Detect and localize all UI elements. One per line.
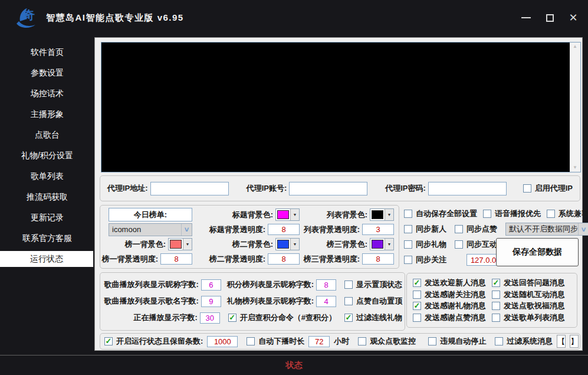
- rank2-opacity-label: 榜二背景透明度:: [209, 254, 265, 265]
- sys-compat-checkbox[interactable]: 系统兼容: [547, 208, 588, 219]
- msg-songlist-checkbox[interactable]: 发送歌单列表消息: [492, 312, 571, 323]
- message-settings-group: ✓ 发送欢迎新人消息 ✓ 发送回答问题消息 发送感谢关注消息 发送随机互动消息 …: [406, 273, 577, 328]
- rank2-opacity-input[interactable]: [268, 253, 300, 265]
- msg-thank-follow-checkbox[interactable]: 发送感谢关注消息: [413, 289, 492, 300]
- keep-lines-checkbox[interactable]: ✓ 开启运行状态且保留条数:: [104, 336, 203, 347]
- sidebar-item-song-station[interactable]: 点歌台: [0, 125, 94, 145]
- rank2-bg-color-picker[interactable]: ▼: [275, 238, 300, 250]
- score-nick-chars-input[interactable]: [316, 279, 336, 291]
- sidebar-item-run-status[interactable]: 运行状态: [0, 251, 93, 267]
- auto-save-checkbox[interactable]: 自动保存全部设置: [404, 208, 477, 219]
- checkbox-icon: [428, 337, 436, 345]
- score-command-checkbox[interactable]: ✓ 开启查积分命令（#查积分）: [228, 312, 336, 323]
- sync-follow-checkbox[interactable]: 同步关注: [404, 255, 446, 265]
- close-icon: ✕: [569, 12, 577, 23]
- scroll-up-icon[interactable]: ▲: [573, 44, 577, 49]
- sidebar-item-song-list[interactable]: 歌单列表: [0, 166, 94, 187]
- msg-answer-checkbox[interactable]: ✓ 发送回答问题消息: [492, 278, 571, 288]
- scroll-down-icon[interactable]: ▼: [573, 165, 577, 170]
- checkbox-icon: [404, 240, 412, 249]
- bracket-left-button[interactable]: 【: [557, 335, 566, 348]
- maximize-icon: [546, 14, 554, 22]
- minimize-icon: [521, 17, 531, 18]
- audience-monitor-checkbox[interactable]: 观众点歌监控: [358, 336, 416, 347]
- playlist-song-chars-input[interactable]: [201, 296, 221, 307]
- sidebar-item-gift-points[interactable]: 礼物/积分设置: [0, 145, 94, 166]
- dropdown-arrow-icon[interactable]: ▼: [385, 209, 393, 220]
- rank3-opacity-input[interactable]: [362, 253, 394, 265]
- font-select[interactable]: icomoon ˅: [109, 223, 192, 236]
- filter-link-gift-checkbox[interactable]: ✓ 过滤连线礼物: [344, 312, 402, 323]
- log-scrollbar[interactable]: ▲ ▼: [570, 43, 580, 172]
- sync-gift-checkbox[interactable]: 同步礼物: [404, 239, 446, 250]
- playlist-nick-chars-input[interactable]: [201, 279, 221, 291]
- minimize-button[interactable]: [518, 10, 534, 25]
- log-output[interactable]: ▲ ▼: [101, 42, 581, 172]
- now-playing-chars-input[interactable]: [200, 312, 220, 324]
- window-controls: ✕: [518, 10, 581, 25]
- msg-thank-gift-checkbox[interactable]: ✓ 发送感谢礼物消息: [413, 301, 492, 311]
- rank1-bg-color-picker[interactable]: ▼: [168, 238, 192, 250]
- color-swatch: [277, 240, 289, 249]
- proxy-account-input[interactable]: [289, 182, 367, 195]
- auto-offline-hours-input[interactable]: [308, 336, 330, 347]
- rank3-bg-color-label: 榜三背景色:: [327, 239, 367, 250]
- window-title: 智慧岛AI智能点歌专业版 v6.95: [46, 12, 184, 24]
- dropdown-arrow-icon[interactable]: ▼: [290, 209, 299, 220]
- maximize-button[interactable]: [542, 10, 557, 25]
- title-opacity-input[interactable]: [268, 224, 300, 235]
- checkbox-icon: [455, 240, 463, 249]
- bracket-right-button[interactable]: 】: [570, 335, 579, 348]
- app-window: 奇 智慧岛AI智能点歌专业版 v6.95 ✕ 软件首页 参数设置 场控话术 主播…: [0, 0, 588, 375]
- checkbox-icon: [492, 314, 500, 322]
- appearance-settings-group: 标题背景色: ▼ 列表背景色: ▼ icomo: [100, 205, 399, 269]
- voice-priority-checkbox[interactable]: 语音播报优先: [483, 208, 541, 219]
- dropdown-arrow-icon[interactable]: ▼: [183, 239, 192, 250]
- violation-stop-checkbox[interactable]: 违规自动停止: [428, 336, 486, 347]
- filter-system-msg-checkbox[interactable]: 过滤系统消息: [495, 336, 553, 347]
- msg-welcome-checkbox[interactable]: ✓ 发送欢迎新人消息: [413, 278, 492, 288]
- sidebar-item-host-image[interactable]: 主播形象: [0, 104, 94, 125]
- gift-nick-chars-input[interactable]: [316, 296, 336, 307]
- hours-label: 小时: [334, 336, 349, 347]
- msg-thank-like-checkbox[interactable]: 发送感谢点赞消息: [413, 312, 492, 323]
- auto-offline-checkbox[interactable]: 自动下播时长: [247, 336, 304, 347]
- now-playing-chars-label: 正在播放显示字数:: [103, 312, 198, 323]
- main-panel: ▲ ▼ 代理IP地址: 代理IP账号: 代理IP密码: 启用代理IP: [94, 37, 583, 351]
- sidebar-item-contact-support[interactable]: 联系官方客服: [0, 228, 94, 249]
- checkbox-icon: [523, 184, 531, 193]
- msg-song-blessing-checkbox[interactable]: 发送点歌祝福消息: [492, 301, 571, 311]
- sync-new-checkbox[interactable]: 同步新人: [404, 224, 446, 234]
- keep-lines-input[interactable]: [207, 336, 238, 347]
- dropdown-arrow-icon[interactable]: ▼: [385, 239, 393, 250]
- list-opacity-input[interactable]: [362, 224, 394, 235]
- checkbox-icon: ✓: [104, 337, 113, 345]
- checkbox-icon: ✓: [344, 314, 353, 322]
- proxy-password-input[interactable]: [428, 182, 507, 195]
- sidebar-item-scene-script[interactable]: 场控话术: [0, 83, 94, 104]
- sidebar-item-home[interactable]: 软件首页: [0, 42, 94, 63]
- msg-random-interact-checkbox[interactable]: 发送随机互动消息: [492, 289, 571, 300]
- close-button[interactable]: ✕: [566, 10, 581, 25]
- checkbox-icon: [483, 210, 491, 218]
- sidebar-item-update-log[interactable]: 更新记录: [0, 207, 94, 228]
- like-auto-pin-checkbox[interactable]: 点赞自动置顶: [344, 296, 402, 306]
- pin-status-checkbox[interactable]: 显示置顶状态: [344, 279, 402, 290]
- sidebar-item-params[interactable]: 参数设置: [0, 63, 94, 83]
- data-sync-select[interactable]: 默认不开启数据同步 ˅: [505, 223, 588, 236]
- list-bg-color-picker[interactable]: ▼: [370, 208, 394, 221]
- sync-options-area: 自动保存全部设置 语音播报优先 系统兼容 同步新人 同步点赞: [404, 206, 580, 269]
- sync-like-checkbox[interactable]: 同步点赞: [455, 224, 497, 234]
- proxy-address-input[interactable]: [150, 182, 229, 195]
- enable-proxy-checkbox[interactable]: 启用代理IP: [523, 183, 573, 194]
- rank3-bg-color-picker[interactable]: ▼: [370, 238, 394, 250]
- save-all-data-button[interactable]: 保存全部数据: [496, 238, 579, 266]
- sidebar: 软件首页 参数设置 场控话术 主播形象 点歌台 礼物/积分设置 歌单列表 推流码…: [0, 35, 94, 354]
- sync-interact-checkbox[interactable]: 同步互动: [455, 239, 497, 250]
- dropdown-arrow-icon[interactable]: ▼: [290, 239, 299, 250]
- sidebar-item-stream-code[interactable]: 推流码获取: [0, 187, 94, 207]
- board-title-input[interactable]: [109, 208, 192, 221]
- rank1-opacity-input[interactable]: [160, 253, 192, 265]
- checkbox-icon: [495, 337, 503, 345]
- title-bg-color-picker[interactable]: ▼: [275, 208, 300, 221]
